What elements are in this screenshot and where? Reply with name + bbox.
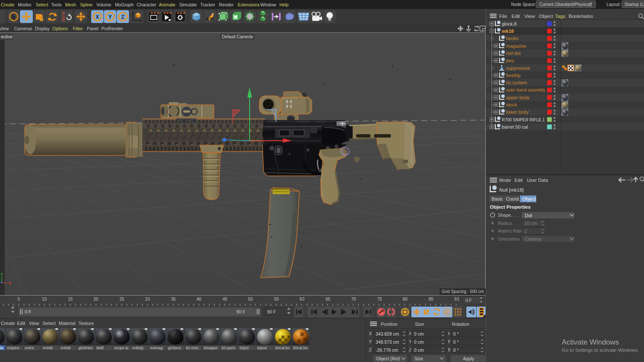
svg-text:50 parts: 50 parts (221, 346, 236, 350)
svg-text:50upper: 50upper (204, 346, 218, 350)
svg-text:0 cm: 0 cm (414, 331, 424, 336)
svg-text:Grid Spacing : 500 cm: Grid Spacing : 500 cm (442, 289, 484, 294)
svg-text:m4mag: m4mag (150, 346, 163, 350)
svg-text:glckfram: glckfram (78, 346, 93, 350)
svg-text:Object Properties: Object Properties (490, 204, 531, 210)
svg-text:Position: Position (381, 322, 397, 327)
svg-text:25: 25 (119, 297, 124, 302)
svg-text:ris system: ris system (506, 80, 527, 85)
svg-text:m4stk: m4stk (43, 346, 53, 350)
svg-text:15: 15 (68, 297, 73, 302)
svg-text:Object: Object (539, 14, 553, 19)
svg-text:User Data: User Data (527, 178, 548, 183)
svg-text:1: 1 (524, 229, 527, 234)
svg-text:50 misc: 50 misc (186, 346, 199, 350)
svg-text:Coord.: Coord. (506, 196, 520, 201)
svg-text:75: 75 (377, 297, 382, 302)
svg-text:View: View (524, 14, 535, 19)
svg-text:Basic: Basic (492, 196, 503, 201)
svg-text:m4pins: m4pins (7, 346, 20, 350)
svg-text:Size: Size (415, 322, 424, 327)
svg-text:Orientation: Orientation (498, 236, 520, 241)
svg-text:Object: Object (522, 196, 536, 201)
svg-text:glock.8: glock.8 (502, 21, 517, 26)
svg-text:85: 85 (428, 297, 434, 302)
svg-text:50cal.he: 50cal.he (293, 346, 308, 350)
svg-text:50: 50 (248, 297, 253, 302)
svg-text:90 F: 90 F (267, 309, 276, 314)
svg-text:Y: Y (369, 339, 372, 344)
svg-text:55: 55 (274, 297, 279, 302)
svg-text:R: R (62, 18, 65, 22)
svg-text:Wall: Wall (96, 346, 104, 350)
svg-text:0 °: 0 ° (453, 348, 459, 353)
svg-text:scope le: scope le (114, 346, 129, 350)
svg-text:Size: Size (414, 356, 423, 361)
svg-text:0 °: 0 ° (453, 339, 459, 345)
svg-text:Aspect Ratio: Aspect Ratio (498, 228, 523, 233)
svg-text:0 °: 0 ° (453, 331, 459, 336)
svg-text:ective: ective (1, 34, 13, 39)
svg-text:65: 65 (325, 297, 331, 302)
svg-text:peq: peq (506, 58, 514, 63)
svg-text:40: 40 (196, 297, 201, 302)
svg-text:X: X (369, 331, 372, 336)
svg-text:50cal.bo: 50cal.bo (275, 346, 290, 350)
svg-text:0 cm: 0 cm (414, 339, 424, 345)
svg-text:Camera: Camera (525, 236, 542, 241)
svg-text:Shape. . . .: Shape. . . . (498, 213, 520, 218)
svg-text:outer barrel assembly: outer barrel assembly (506, 87, 545, 92)
svg-text:50pt2: 50pt2 (239, 346, 249, 350)
svg-text:bipod: bipod (257, 346, 267, 350)
svg-text:forefrip: forefrip (506, 73, 520, 78)
svg-text:343.829 cm: 343.829 cm (376, 331, 399, 336)
svg-text:Go to Settings to activate Win: Go to Settings to activate Windows. (562, 348, 639, 353)
svg-text:Default Camera: Default Camera (222, 34, 252, 39)
svg-text:0 F: 0 F (25, 309, 31, 314)
svg-text:Edit: Edit (515, 178, 523, 183)
svg-text:Z: Z (369, 347, 372, 352)
svg-text:Mode: Mode (499, 178, 511, 183)
svg-text:45: 45 (222, 297, 227, 302)
svg-text:m4bdy: m4bdy (132, 346, 144, 350)
svg-text:de: de (0, 346, 3, 350)
svg-text:90 F: 90 F (236, 309, 245, 314)
svg-text:mk18: mk18 (502, 29, 514, 34)
svg-text:Dot: Dot (525, 213, 532, 218)
svg-text:348.573 cm: 348.573 cm (376, 339, 399, 345)
svg-text:0 F: 0 F (466, 298, 472, 303)
svg-text:Y: Y (108, 14, 112, 20)
svg-text:Edit: Edit (512, 14, 520, 19)
svg-text:10 cm: 10 cm (524, 221, 537, 226)
svg-text:20: 20 (93, 297, 98, 302)
svg-text:lower body: lower body (506, 109, 529, 115)
svg-text:glcktext.: glcktext. (168, 346, 182, 350)
svg-text:R700 SNIPER RIFLE.1: R700 SNIPER RIFLE.1 (502, 117, 545, 122)
svg-text:stock: stock (506, 102, 517, 107)
svg-text:File: File (499, 14, 507, 19)
svg-text:Activate Windows: Activate Windows (562, 338, 619, 346)
svg-text:Radius . . .: Radius . . . (498, 221, 519, 226)
svg-text:Apply: Apply (463, 356, 474, 361)
svg-text:Tags: Tags (555, 14, 566, 19)
svg-text:X: X (95, 14, 99, 20)
svg-text:m4ris: m4ris (25, 346, 34, 350)
svg-text:barret 50 cal: barret 50 cal (502, 124, 528, 129)
svg-text:10: 10 (42, 297, 47, 302)
svg-text:P: P (446, 310, 448, 315)
svg-text:70: 70 (351, 297, 356, 302)
svg-text:80: 80 (402, 297, 408, 302)
svg-text:5: 5 (17, 297, 20, 302)
svg-text:suppressoir: suppressoir (506, 66, 530, 71)
svg-text:Null [mk18]: Null [mk18] (499, 187, 524, 192)
svg-text:X: X (9, 281, 11, 285)
svg-text:0 cm: 0 cm (414, 348, 424, 353)
svg-text:red dot: red dot (506, 51, 520, 56)
svg-text:m4stk: m4stk (60, 346, 71, 350)
svg-text:upper body: upper body (506, 95, 530, 100)
svg-text:Rotation: Rotation (452, 322, 469, 327)
svg-text:Object (Rel): Object (Rel) (376, 356, 400, 361)
svg-text:Y: Y (0, 272, 3, 276)
svg-text:magazine: magazine (506, 43, 526, 49)
svg-text:hooks: hooks (506, 36, 519, 41)
